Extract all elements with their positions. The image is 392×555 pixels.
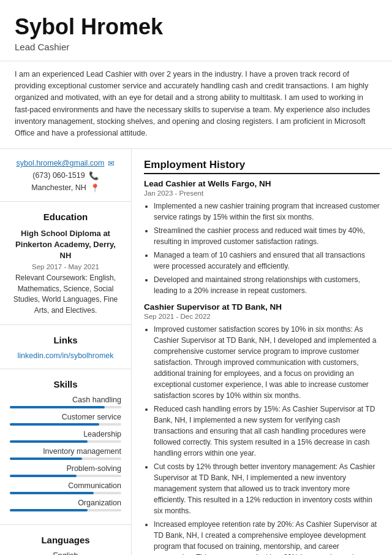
skill-item-2: Leadership: [10, 430, 121, 443]
job-bullet-1-0: Improved customer satisfaction scores by…: [154, 324, 380, 401]
skill-bar-bg-3: [10, 457, 121, 460]
skill-bar-fill-3: [10, 457, 82, 460]
skill-bar-bg-6: [10, 509, 121, 511]
skill-item-1: Customer service: [10, 413, 121, 426]
job-bullet-0-0: Implemented a new cashier training progr…: [154, 201, 380, 223]
job-entry-0: Lead Cashier at Wells Fargo, NH Jan 2023…: [144, 179, 380, 296]
edu-dates: Sep 2017 - May 2021: [10, 263, 121, 270]
job-bullets-1: Improved customer satisfaction scores by…: [144, 324, 380, 555]
skill-label-6: Organization: [10, 499, 121, 507]
skills-title: Skills: [10, 379, 121, 389]
link-anchor-0[interactable]: linkedin.com/in/sybolhromek: [17, 351, 113, 360]
skill-bar-fill-5: [10, 492, 94, 494]
skill-bar-fill-1: [10, 423, 99, 426]
job-bullet-0-3: Developed and maintained strong relation…: [154, 274, 380, 296]
sidebar: sybol.hromek@gmail.com ✉ (673) 060-1519 …: [0, 149, 132, 555]
job-bullet-1-1: Reduced cash handling errors by 15%: As …: [154, 404, 380, 459]
resume-page: Sybol Hromek Lead Cashier I am an experi…: [0, 0, 392, 555]
skill-label-2: Leadership: [10, 430, 121, 438]
skill-bar-bg-2: [10, 440, 121, 443]
edu-courses: Relevant Coursework: English, Mathematic…: [10, 273, 121, 316]
email-item: sybol.hromek@gmail.com ✉: [10, 159, 121, 168]
skill-bar-fill-0: [10, 406, 105, 408]
skill-bar-bg-0: [10, 406, 121, 408]
languages-section: Languages English Hindi: [0, 525, 131, 555]
main-content: Employment History Lead Cashier at Wells…: [132, 149, 392, 555]
location-text: Manchester, NH: [31, 183, 86, 192]
skill-item-3: Inventory management: [10, 447, 121, 460]
summary-text: I am an experienced Lead Cashier with ov…: [15, 70, 370, 138]
location-icon: 📍: [90, 183, 100, 193]
jobs-container: Lead Cashier at Wells Fargo, NH Jan 2023…: [144, 179, 380, 555]
job-bullet-0-2: Managed a team of 10 cashiers and ensure…: [154, 250, 380, 272]
employment-section: Employment History Lead Cashier at Wells…: [144, 159, 380, 555]
skills-container: Cash handling Customer service Leadershi…: [10, 396, 121, 511]
skill-bar-bg-4: [10, 475, 121, 477]
languages-container: English Hindi: [10, 551, 121, 555]
job-title-0: Lead Cashier at Wells Fargo, NH: [144, 179, 380, 188]
job-bullet-1-2: Cut costs by 12% through better inventor…: [154, 461, 380, 516]
skill-bar-bg-5: [10, 492, 121, 494]
candidate-name: Sybol Hromek: [15, 15, 377, 39]
job-bullet-1-3: Increased employee retention rate by 20%…: [154, 519, 380, 555]
main-layout: sybol.hromek@gmail.com ✉ (673) 060-1519 …: [0, 149, 392, 555]
header-section: Sybol Hromek Lead Cashier: [0, 0, 392, 61]
job-bullets-0: Implemented a new cashier training progr…: [144, 201, 380, 296]
education-title: Education: [10, 212, 121, 222]
edu-degree: High School Diploma at Pinkerton Academy…: [10, 228, 121, 262]
job-date-1: Sep 2021 - Dec 2022: [144, 313, 380, 320]
email-icon: ✉: [108, 159, 115, 168]
job-title-1: Cashier Supervisor at TD Bank, NH: [144, 302, 380, 312]
links-title: Links: [10, 335, 121, 345]
languages-title: Languages: [10, 535, 121, 545]
candidate-title: Lead Cashier: [15, 42, 377, 52]
phone-item: (673) 060-1519 📞: [10, 171, 121, 180]
skill-label-4: Problem-solving: [10, 464, 121, 473]
lang-item-0: English: [10, 551, 121, 555]
skill-bar-fill-6: [10, 509, 88, 511]
education-entry: High School Diploma at Pinkerton Academy…: [10, 228, 121, 316]
employment-title: Employment History: [144, 159, 380, 174]
job-bullet-0-1: Streamlined the cashier process and redu…: [154, 225, 380, 247]
phone-icon: 📞: [89, 171, 99, 180]
skill-item-5: Communication: [10, 481, 121, 494]
skill-bar-fill-4: [10, 475, 77, 477]
job-entry-1: Cashier Supervisor at TD Bank, NH Sep 20…: [144, 302, 380, 555]
summary-section: I am an experienced Lead Cashier with ov…: [0, 61, 392, 149]
job-date-0: Jan 2023 - Present: [144, 189, 380, 197]
skill-label-3: Inventory management: [10, 447, 121, 456]
skill-item-6: Organization: [10, 499, 121, 511]
skill-label-0: Cash handling: [10, 396, 121, 404]
skill-label-5: Communication: [10, 481, 121, 490]
skill-bar-bg-1: [10, 423, 121, 426]
skill-label-1: Customer service: [10, 413, 121, 421]
skills-section: Skills Cash handling Customer service Le…: [0, 369, 131, 525]
links-section: Links linkedin.com/in/sybolhromek: [0, 325, 131, 369]
lang-label-0: English: [10, 551, 121, 555]
skill-item-4: Problem-solving: [10, 464, 121, 477]
link-item-0[interactable]: linkedin.com/in/sybolhromek: [10, 351, 121, 360]
contact-section: sybol.hromek@gmail.com ✉ (673) 060-1519 …: [0, 149, 131, 202]
education-section: Education High School Diploma at Pinkert…: [0, 202, 131, 325]
phone-text: (673) 060-1519: [32, 171, 85, 180]
skill-bar-fill-2: [10, 440, 88, 443]
skill-item-0: Cash handling: [10, 396, 121, 408]
email-text[interactable]: sybol.hromek@gmail.com: [17, 159, 105, 167]
location-item: Manchester, NH 📍: [10, 183, 121, 193]
